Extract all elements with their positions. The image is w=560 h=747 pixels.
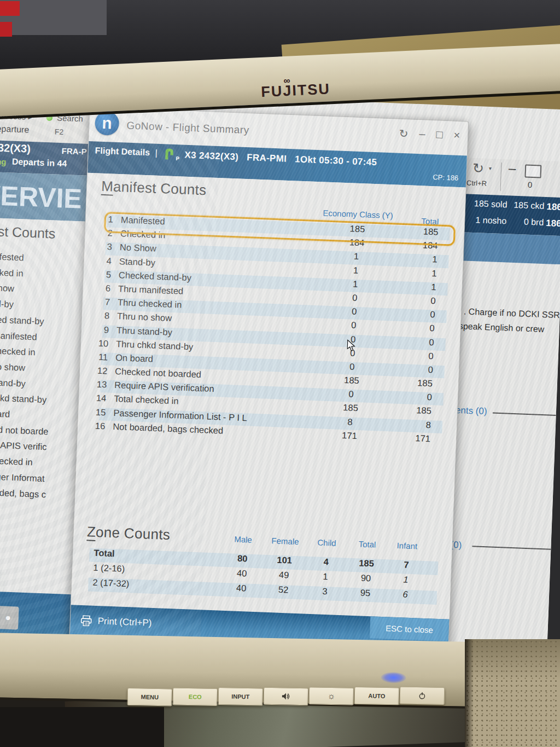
fujitsu-infinity-icon: ∞ <box>283 76 291 87</box>
column-header-total: Total <box>347 539 388 550</box>
checked-count: 185 ckd <box>510 200 545 211</box>
menu-item-departure[interactable]: Departure <box>0 124 30 135</box>
divider <box>472 546 551 550</box>
power-icon <box>418 692 426 699</box>
header-separator: | <box>155 148 158 158</box>
manifest-table: 1Manifested185185 2Checked in184184 3No … <box>78 213 464 448</box>
comments-link[interactable]: ents (0) <box>456 405 487 417</box>
background-bottom-bar: • • • <box>0 590 72 638</box>
flight-summary-dialog: n GoNow - Flight Summary ↻ – □ × Flight … <box>69 107 469 654</box>
total-capacity: 186 <box>546 218 560 229</box>
departs-countdown: Departs in 44 <box>11 157 67 169</box>
list-item: ru chkd stand-by <box>0 390 80 409</box>
overview-band: VERVIE <box>0 172 88 222</box>
remark-text: . Charge if no DCKI SSR. <box>464 306 560 320</box>
granite-shadow <box>465 639 474 747</box>
total-capacity: 186 <box>546 201 560 213</box>
chevron-down-icon[interactable]: ▾ <box>489 165 492 171</box>
manifest-section-title: Manifest Counts <box>101 178 207 199</box>
column-header-female: Female <box>265 536 306 547</box>
column-header-child: Child <box>306 537 347 548</box>
flight-banner: 432(X3) FRA-P ding Departs in 44 <box>0 140 89 176</box>
cp-count: CP: 186 <box>433 173 459 182</box>
background-list-items: lanifested hecked in o Show tand-by ecke… <box>0 248 85 503</box>
shortcut-f2: F2 <box>55 127 64 136</box>
mouse-cursor <box>347 339 357 352</box>
desk-dark-corner <box>0 707 164 747</box>
refresh-shortcut: Ctrl+R <box>466 178 487 187</box>
gonow-green-icon <box>164 147 175 161</box>
speaker-icon <box>282 692 290 700</box>
red-sticker <box>0 22 12 37</box>
printer-icon[interactable] <box>524 165 541 178</box>
list-item: ssenger Informat <box>0 468 77 488</box>
list-item: t boarded, bags c <box>0 484 76 503</box>
route: FRA-PMI <box>247 152 287 164</box>
monitor-volume-button[interactable] <box>264 687 309 706</box>
monitor-input-button[interactable]: INPUT <box>218 687 264 706</box>
zone-section-title: Zone Counts <box>86 523 170 543</box>
route-fragment: FRA-P <box>62 146 87 157</box>
flight-number-fragment: 432(X3) <box>0 141 31 155</box>
icon-subscript: P <box>176 155 179 161</box>
boarding-status-fragment: ding <box>0 157 7 166</box>
more-button[interactable]: • • • <box>0 605 19 630</box>
background-list-title: fest Counts <box>0 223 56 242</box>
steel-band <box>461 232 560 264</box>
date-time: 1Okt 05:30 - 07:45 <box>295 154 377 167</box>
column-header-infant: Infant <box>387 540 428 551</box>
right-toolbar: ↻ ▾ Ctrl+R – 0 <box>464 158 560 198</box>
power-led <box>381 672 406 684</box>
dialog-body: Manifest Counts Economy Class (Y) Total … <box>71 173 466 619</box>
sun-icon: ☼ <box>327 691 335 701</box>
window-title: GoNow - Flight Summary <box>126 120 249 137</box>
refresh-icon[interactable]: ↻ <box>472 160 484 177</box>
header-label: Flight Details <box>95 146 150 158</box>
print-button[interactable]: Print (Ctrl+P) <box>80 615 151 629</box>
divider <box>493 413 556 416</box>
granite-pillar <box>465 639 560 747</box>
monitor-brand-logo: FUJITSU ∞ <box>261 80 331 101</box>
scroll-thumb[interactable] <box>0 571 5 593</box>
minimize-icon[interactable]: – <box>509 160 516 176</box>
boarded-count: 0 brd <box>510 217 544 228</box>
flight-info: X3 2432(X3) FRA-PMI 1Okt 05:30 - 07:45 <box>184 150 377 168</box>
stats-band: 185 sold 185 ckd 186 1 nosho 0 brd 186 <box>462 194 560 236</box>
minimize-icon[interactable]: – <box>419 128 425 141</box>
column-header-male: Male <box>223 534 264 545</box>
print-label: Print (Ctrl+P) <box>97 616 151 629</box>
maximize-icon[interactable]: □ <box>436 128 443 141</box>
refresh-icon[interactable]: ↻ <box>399 127 409 141</box>
red-sticker <box>0 1 20 16</box>
divider <box>500 163 501 191</box>
monitor-auto-button[interactable]: AUTO <box>354 687 400 705</box>
monitor-eco-button[interactable]: ECO <box>173 687 218 706</box>
monitor-brightness-button[interactable]: ☼ <box>309 687 354 705</box>
print-count: 0 <box>528 180 533 189</box>
noshow-count: 1 nosho <box>459 215 507 226</box>
sold-count: 185 sold <box>460 198 508 210</box>
remark-text: speak English or crew <box>459 321 545 334</box>
monitor-screen: oNow fradhsprod139,. Process ▸ Search De… <box>0 88 560 654</box>
flight-number: X3 2432(X3) <box>184 150 238 163</box>
close-icon[interactable]: × <box>453 129 460 142</box>
overview-watermark: VERVIE <box>0 179 83 215</box>
printer-icon <box>80 615 92 627</box>
esc-hint: ESC to close <box>370 616 449 641</box>
zone-table: Total 80 101 4 185 7 1 (2-16) 40 49 1 90… <box>72 547 452 606</box>
monitor-power-button[interactable] <box>400 686 445 705</box>
column-header-economy: Economy Class (Y) <box>316 208 400 221</box>
monitor-menu-button[interactable]: MENU <box>127 688 172 707</box>
zone-section: Zone Counts Male Female Child Total Infa… <box>74 523 452 537</box>
